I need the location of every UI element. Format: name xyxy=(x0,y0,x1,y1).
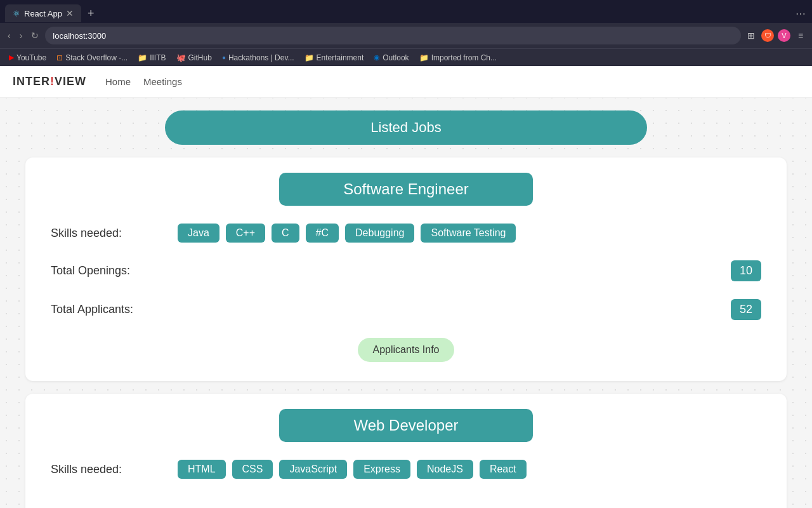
skill-hashc: #C xyxy=(306,224,339,243)
bookmark-stackoverflow[interactable]: ⊡ Stack Overflow -... xyxy=(53,52,131,64)
skill-nodejs: NodeJS xyxy=(417,460,473,479)
address-bar[interactable]: localhost:3000 xyxy=(45,27,741,44)
skill-react: React xyxy=(480,460,527,479)
bookmark-outlook[interactable]: ◉ Outlook xyxy=(370,52,412,64)
folder-icon-2: 📁 xyxy=(304,53,314,62)
skill-javascript: JavaScript xyxy=(279,460,347,479)
folder-icon-3: 📁 xyxy=(419,53,429,62)
menu-icon[interactable]: ≡ xyxy=(794,29,807,42)
reload-button[interactable]: ↻ xyxy=(29,29,41,42)
hackathons-favicon: ● xyxy=(222,54,226,61)
close-tab-button[interactable]: ✕ xyxy=(66,8,74,18)
skill-debugging: Debugging xyxy=(345,224,414,243)
job-title-software-engineer: Software Engineer xyxy=(279,173,533,206)
applicants-field: Total Applicants: 52 xyxy=(51,299,761,320)
job-card-software-engineer: Software Engineer Skills needed: Java C+… xyxy=(25,157,787,381)
openings-label: Total Openings: xyxy=(51,264,178,277)
outlook-favicon: ◉ xyxy=(374,53,380,62)
applicants-info-button[interactable]: Applicants Info xyxy=(358,338,455,362)
skill-css: CSS xyxy=(232,460,273,479)
bookmark-youtube[interactable]: ▶ YouTube xyxy=(5,52,50,64)
skills-field: Skills needed: Java C++ C #C Debugging S… xyxy=(51,224,761,243)
bookmark-entertainment[interactable]: 📁 Entertainment xyxy=(301,52,368,64)
app-container: INTER!VIEW Home Meetings Listed Jobs Sof… xyxy=(0,66,812,508)
nav-meetings[interactable]: Meetings xyxy=(143,76,182,87)
openings-field: Total Openings: 10 xyxy=(51,260,761,281)
back-button[interactable]: ‹ xyxy=(5,29,13,42)
app-logo: INTER!VIEW xyxy=(13,75,86,88)
browser-chrome: ⚛ React App ✕ + ⋯ ‹ › ↻ localhost:3000 ⊞… xyxy=(0,0,812,66)
new-tab-button[interactable]: + xyxy=(84,7,98,20)
brave-shield-icon[interactable]: 🛡 xyxy=(761,29,774,42)
skills-list: Java C++ C #C Debugging Software Testing xyxy=(178,224,516,243)
toolbar-icons: ⊞ 🛡 V ≡ xyxy=(745,29,807,42)
forward-button[interactable]: › xyxy=(17,29,25,42)
web-skills-label: Skills needed: xyxy=(51,463,178,476)
bookmark-hackathons[interactable]: ● Hackathons | Dev... xyxy=(218,52,298,64)
settings-icon[interactable]: ⋯ xyxy=(794,7,807,20)
bookmark-iiitb[interactable]: 📁 IIITB xyxy=(134,52,169,64)
logo-exclamation: ! xyxy=(50,75,55,88)
tab-title: React App xyxy=(24,9,62,18)
nav-home[interactable]: Home xyxy=(105,76,131,87)
openings-count: 10 xyxy=(731,260,761,281)
bookmarks-bar: ▶ YouTube ⊡ Stack Overflow -... 📁 IIITB … xyxy=(0,48,812,66)
react-favicon: ⚛ xyxy=(13,9,20,18)
address-text: localhost:3000 xyxy=(53,31,106,41)
bookmark-imported[interactable]: 📁 Imported from Ch... xyxy=(416,52,501,64)
web-skills-list: HTML CSS JavaScript Express NodeJS React xyxy=(178,460,527,479)
web-skills-field: Skills needed: HTML CSS JavaScript Expre… xyxy=(51,460,761,479)
skill-express: Express xyxy=(353,460,410,479)
active-tab[interactable]: ⚛ React App ✕ xyxy=(5,4,81,22)
applicants-label: Total Applicants: xyxy=(51,303,178,316)
github-favicon: 🐙 xyxy=(176,53,186,62)
job-title-web-developer: Web Developer xyxy=(279,409,533,442)
skill-software-testing: Software Testing xyxy=(421,224,516,243)
skill-cpp: C++ xyxy=(226,224,265,243)
tab-bar: ⚛ React App ✕ + ⋯ xyxy=(0,0,812,23)
folder-icon: 📁 xyxy=(138,53,147,62)
job-card-web-developer: Web Developer Skills needed: HTML CSS Ja… xyxy=(25,394,787,508)
stackoverflow-favicon: ⊡ xyxy=(56,53,63,62)
skills-label: Skills needed: xyxy=(51,227,178,240)
applicants-count: 52 xyxy=(731,299,761,320)
vpn-icon[interactable]: V xyxy=(778,29,790,42)
app-nav: INTER!VIEW Home Meetings xyxy=(0,66,812,98)
grid-icon[interactable]: ⊞ xyxy=(745,29,757,42)
skill-c: C xyxy=(272,224,299,243)
main-content: Listed Jobs Software Engineer Skills nee… xyxy=(0,98,812,508)
youtube-favicon: ▶ xyxy=(9,53,14,62)
browser-toolbar: ‹ › ↻ localhost:3000 ⊞ 🛡 V ≡ xyxy=(0,23,812,48)
bookmark-github[interactable]: 🐙 GitHub xyxy=(173,52,216,64)
skill-java: Java xyxy=(178,224,219,243)
listed-jobs-banner: Listed Jobs xyxy=(165,110,647,145)
skill-html: HTML xyxy=(178,460,226,479)
